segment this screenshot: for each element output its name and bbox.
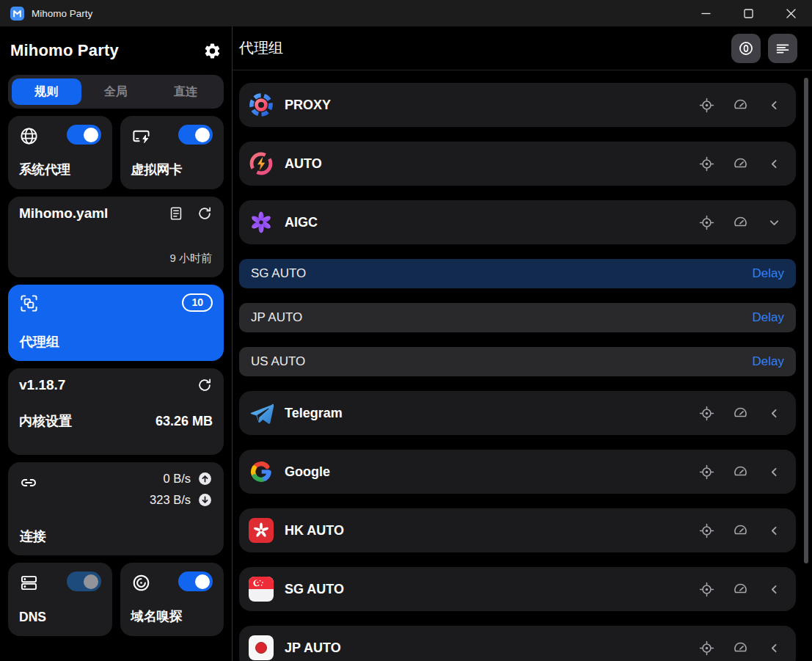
auto-bolt-icon — [249, 151, 274, 176]
delay-test-icon[interactable] — [733, 215, 748, 230]
flag-jp-icon — [249, 635, 274, 660]
proxy-item-row[interactable]: US AUTO Delay — [239, 347, 796, 376]
proxy-group-name: SG AUTO — [285, 582, 699, 597]
edit-profile-icon[interactable] — [168, 205, 184, 222]
delay-button[interactable]: Delay — [753, 354, 784, 369]
tab-global[interactable]: 全局 — [81, 78, 151, 105]
delay-display-button[interactable] — [731, 34, 761, 63]
delay-test-icon[interactable] — [733, 156, 748, 172]
upload-speed: 0 B/s — [163, 472, 191, 486]
scrollbar[interactable] — [804, 78, 808, 563]
chevron-left-icon[interactable] — [767, 156, 782, 172]
globe-icon — [19, 126, 39, 146]
proxy-group-name: AIGC — [285, 215, 699, 230]
kernel-card[interactable]: v1.18.7 内核设置 63.26 MB — [8, 368, 224, 455]
proxy-group-name: Telegram — [285, 406, 699, 421]
profile-card[interactable]: Mihomo.yaml 9 小时前 — [8, 197, 224, 277]
telegram-icon — [249, 401, 274, 426]
minimize-icon — [699, 7, 713, 21]
layout-toggle-button[interactable] — [768, 34, 797, 63]
upload-arrow-icon — [197, 471, 213, 486]
chevron-down-icon[interactable] — [767, 215, 782, 230]
close-button[interactable] — [769, 0, 812, 26]
chevron-left-icon[interactable] — [767, 98, 782, 113]
locate-icon[interactable] — [699, 464, 714, 480]
profile-name: Mihomo.yaml — [19, 205, 168, 222]
proxy-group-row[interactable]: PROXY — [239, 83, 796, 127]
restart-kernel-icon[interactable] — [197, 377, 213, 393]
proxy-item-row[interactable]: SG AUTO Delay — [239, 259, 796, 288]
delay-test-icon[interactable] — [733, 464, 748, 480]
sidebar-item-proxy-groups[interactable]: 10 代理组 — [8, 285, 224, 361]
chevron-left-icon[interactable] — [767, 406, 782, 421]
app-logo-icon — [10, 7, 24, 21]
proxy-item-row[interactable]: JP AUTO Delay — [239, 303, 796, 332]
profile-updated: 9 小时前 — [169, 252, 212, 266]
connections-card[interactable]: 0 B/s 323 B/s 连接 — [8, 462, 224, 555]
locate-icon[interactable] — [699, 582, 714, 597]
tun-device-icon — [131, 126, 151, 146]
chevron-left-icon[interactable] — [767, 464, 782, 480]
proxy-group-icon — [19, 293, 39, 313]
flag-hk-icon — [249, 518, 274, 543]
dns-server-icon — [19, 573, 39, 593]
sniff-card[interactable]: 域名嗅探 — [120, 563, 224, 636]
google-icon — [249, 459, 274, 484]
delay-test-icon[interactable] — [733, 640, 748, 656]
delay-test-icon[interactable] — [733, 98, 748, 113]
flag-sg-icon — [249, 577, 274, 602]
tab-rule[interactable]: 规则 — [12, 78, 81, 105]
sniff-icon — [131, 573, 151, 593]
proxy-group-row[interactable]: Telegram — [239, 391, 796, 435]
proxy-group-row[interactable]: AUTO — [239, 142, 796, 186]
minimize-button[interactable] — [684, 0, 727, 26]
proxy-item-name: US AUTO — [251, 354, 753, 369]
kernel-settings-label: 内核设置 — [19, 412, 72, 430]
delay-test-icon[interactable] — [733, 523, 748, 538]
delay-button[interactable]: Delay — [753, 310, 784, 325]
proxy-group-count-badge: 10 — [182, 293, 213, 312]
sniff-toggle[interactable] — [178, 571, 213, 591]
connections-label: 连接 — [20, 527, 46, 545]
sniff-label: 域名嗅探 — [131, 607, 213, 627]
kernel-memory: 63.26 MB — [156, 414, 213, 429]
settings-gear-icon[interactable] — [203, 42, 222, 60]
delay-test-icon[interactable] — [733, 582, 748, 597]
proxy-group-row[interactable]: JP AUTO — [239, 626, 796, 661]
locate-icon[interactable] — [699, 406, 714, 421]
link-icon — [19, 473, 38, 492]
delay-button[interactable]: Delay — [753, 266, 784, 281]
system-proxy-toggle[interactable] — [67, 125, 101, 145]
locate-icon[interactable] — [699, 156, 714, 172]
download-speed: 323 B/s — [150, 493, 191, 507]
proxy-group-row[interactable]: SG AUTO — [239, 567, 796, 611]
dns-card[interactable]: DNS — [8, 563, 112, 636]
locate-icon[interactable] — [699, 523, 714, 538]
tab-direct[interactable]: 直连 — [150, 78, 220, 105]
proxy-groups-label: 代理组 — [20, 333, 59, 351]
tun-card[interactable]: 虚拟网卡 — [120, 116, 224, 189]
proxy-group-name: AUTO — [285, 156, 699, 172]
maximize-button[interactable] — [727, 0, 769, 26]
delay-test-icon[interactable] — [733, 406, 748, 421]
dns-toggle[interactable] — [67, 571, 101, 591]
tun-toggle[interactable] — [178, 125, 213, 145]
close-icon — [784, 7, 798, 21]
system-proxy-label: 系统代理 — [19, 161, 101, 180]
proxy-group-row[interactable]: Google — [239, 450, 796, 494]
locate-icon[interactable] — [699, 98, 714, 113]
proxy-group-row[interactable]: HK AUTO — [239, 508, 796, 552]
maximize-icon — [742, 7, 756, 21]
locate-icon[interactable] — [699, 640, 714, 656]
sidebar-title: Mihomo Party — [10, 41, 119, 60]
proxy-group-row[interactable]: AIGC — [239, 200, 796, 244]
locate-icon[interactable] — [699, 215, 714, 230]
proxy-item-name: JP AUTO — [251, 310, 753, 325]
proxy-groups-page: 代理组 PROXY AUTO — [232, 26, 812, 661]
chevron-left-icon[interactable] — [767, 640, 782, 656]
chevron-left-icon[interactable] — [767, 582, 782, 597]
system-proxy-card[interactable]: 系统代理 — [8, 116, 112, 189]
chevron-left-icon[interactable] — [767, 523, 782, 538]
update-profile-icon[interactable] — [197, 205, 213, 222]
zero-circle-icon — [738, 40, 754, 56]
